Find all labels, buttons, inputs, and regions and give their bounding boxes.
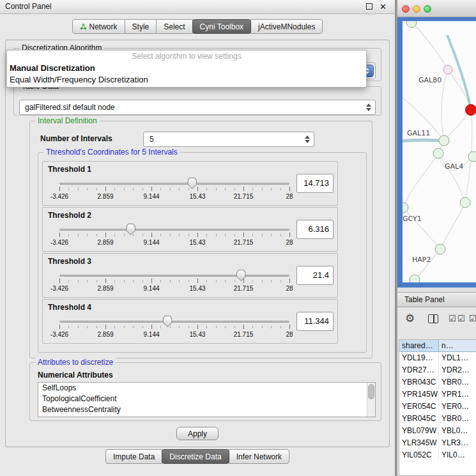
spinner-stepper[interactable]: [302, 134, 312, 144]
tab-cyni-toolbox[interactable]: Cyni Toolbox: [192, 19, 251, 34]
cyni-toolbox-panel: Discretization Algorithm Table Data galF…: [5, 40, 390, 447]
slider-track[interactable]: [59, 275, 289, 277]
column-header-name[interactable]: n…: [439, 340, 476, 352]
table-row[interactable]: YDR27… YDR2…: [399, 364, 476, 376]
table-panel-titlebar[interactable]: Table Panel: [397, 292, 476, 307]
column-header-shared-name[interactable]: shared…: [399, 340, 439, 352]
network-node[interactable]: [403, 203, 408, 213]
network-window-titlebar[interactable]: [397, 0, 476, 17]
table-row[interactable]: YIL052C YIL0…: [399, 449, 476, 461]
cell-shared-name[interactable]: YDR27…: [399, 364, 439, 376]
cell-name[interactable]: YER0…: [439, 401, 476, 413]
table-row[interactable]: YBR043C YBR0…: [399, 376, 476, 388]
table-row[interactable]: YLR345W YLR3…: [399, 437, 476, 449]
dropdown-option-manual-discretization[interactable]: Manual Discretization: [7, 63, 366, 74]
network-node[interactable]: [406, 21, 417, 27]
checkbox-icon[interactable]: ☑: [469, 312, 476, 325]
cell-name[interactable]: YBL0…: [439, 425, 476, 437]
tab-jactivemodules[interactable]: jActiveMNodules: [250, 19, 323, 34]
slider-thumb[interactable]: [126, 224, 135, 235]
zoom-traffic-light-icon[interactable]: [424, 5, 431, 13]
close-icon[interactable]: ✕: [380, 1, 387, 13]
threshold-value-field[interactable]: 14.713: [296, 174, 334, 193]
network-graph[interactable]: GAL80 GAL11 GAL4 GCY1 HAP2: [403, 21, 476, 282]
cell-shared-name[interactable]: YBR045C: [399, 413, 439, 425]
apply-button[interactable]: Apply: [176, 427, 219, 440]
tab-network[interactable]: Network: [72, 19, 125, 34]
cell-name[interactable]: YLR3…: [439, 437, 476, 449]
combobox-stepper[interactable]: [364, 102, 373, 112]
table-row[interactable]: YPR145W YPR1…: [399, 388, 476, 401]
threshold-slider[interactable]: -3.426 2.859 9.144 15.43 21.715 28: [59, 177, 289, 204]
network-node[interactable]: [435, 244, 445, 254]
network-node[interactable]: [433, 148, 443, 158]
slider-track[interactable]: [59, 321, 289, 323]
checkbox-icon[interactable]: ☑: [457, 312, 465, 325]
network-node[interactable]: [468, 151, 476, 162]
cell-name[interactable]: YDL1…: [439, 352, 476, 364]
tab-discretize-data[interactable]: Discretize Data: [162, 449, 229, 464]
network-node-selected-red[interactable]: [466, 105, 476, 116]
list-scrollbar[interactable]: [367, 383, 375, 417]
number-of-intervals-spinner[interactable]: 5: [143, 132, 314, 147]
slider-tick: [289, 187, 290, 191]
attributes-group: Attributes to discretize Numerical Attri…: [29, 362, 381, 421]
float-window-icon[interactable]: [366, 3, 372, 10]
cell-name[interactable]: YPR1…: [439, 388, 476, 401]
cell-shared-name[interactable]: YLR345W: [399, 437, 439, 449]
tab-impute-data[interactable]: Impute Data: [105, 449, 162, 464]
threshold-value-field[interactable]: 11.344: [296, 312, 334, 331]
table-row[interactable]: YBR045C YBR0…: [399, 413, 476, 425]
tab-infer-network[interactable]: Infer Network: [229, 449, 289, 464]
slider-thumb[interactable]: [236, 270, 246, 281]
threshold-value-field[interactable]: 21.4: [296, 266, 334, 285]
network-node[interactable]: [439, 135, 449, 146]
cell-shared-name[interactable]: YER054C: [399, 401, 439, 413]
threshold-slider[interactable]: -3.426 2.859 9.144 15.43 21.715 28: [59, 315, 289, 342]
table-data-combobox[interactable]: galFiltered.sif default node: [19, 100, 376, 115]
scale-label: 2.859: [97, 285, 113, 292]
threshold-slider[interactable]: -3.426 2.859 9.144 15.43 21.715 28: [59, 269, 289, 296]
network-view-canvas[interactable]: GAL80 GAL11 GAL4 GCY1 HAP2: [397, 17, 476, 288]
tab-select[interactable]: Select: [156, 19, 192, 34]
slider-tick: [197, 279, 198, 283]
network-node[interactable]: [443, 65, 452, 74]
threshold-slider[interactable]: -3.426 2.859 9.144 15.43 21.715 28: [59, 223, 289, 250]
network-node[interactable]: [460, 197, 470, 208]
attribute-item[interactable]: TopologicalCoefficient: [38, 394, 375, 404]
attribute-item[interactable]: SelfLoops: [38, 383, 375, 394]
cell-shared-name[interactable]: YBR043C: [399, 376, 439, 388]
slider-track[interactable]: [59, 183, 289, 185]
tab-label: Select: [164, 22, 185, 31]
cell-shared-name[interactable]: YBL079W: [399, 425, 439, 437]
slider-track[interactable]: [59, 229, 289, 231]
slider-thumb[interactable]: [187, 178, 197, 189]
scale-label: -3.426: [50, 285, 68, 292]
cell-shared-name[interactable]: YPR145W: [399, 388, 439, 401]
table-row[interactable]: YER054C YER0…: [399, 401, 476, 413]
cell-name[interactable]: YDR2…: [439, 364, 476, 376]
cell-shared-name[interactable]: YIL052C: [399, 449, 439, 461]
table-row[interactable]: YBL079W YBL0…: [399, 425, 476, 437]
slider-thumb[interactable]: [163, 316, 173, 327]
attribute-item[interactable]: BetweennessCentrality: [38, 404, 375, 415]
network-node[interactable]: [410, 275, 420, 282]
close-traffic-light-icon[interactable]: [402, 5, 410, 13]
numerical-attributes-list[interactable]: SelfLoops TopologicalCoefficient Between…: [38, 382, 376, 417]
cell-shared-name[interactable]: YDL19…: [399, 352, 439, 364]
cell-name[interactable]: YIL0…: [439, 449, 476, 461]
cell-name[interactable]: YBR0…: [439, 413, 476, 425]
slider-minor-ticks: [59, 326, 289, 328]
thresholds-group-title: Threshold's Coordinates for 5 Intervals: [43, 148, 180, 157]
table-row[interactable]: YDL19… YDL1…: [399, 352, 476, 364]
checkbox-icon[interactable]: ☑: [449, 312, 456, 325]
scale-label: 21.715: [234, 239, 254, 246]
threshold-value-field[interactable]: 6.316: [296, 220, 334, 239]
minimize-traffic-light-icon[interactable]: [413, 5, 420, 13]
gear-icon[interactable]: ⚙: [405, 312, 415, 325]
dropdown-option-equal-width-frequency[interactable]: Equal Width/Frequency Discretization: [7, 74, 366, 86]
tab-style[interactable]: Style: [125, 19, 157, 34]
columns-icon[interactable]: [428, 314, 438, 323]
list-scrollbar-thumb[interactable]: [368, 384, 374, 399]
cell-name[interactable]: YBR0…: [439, 376, 476, 388]
